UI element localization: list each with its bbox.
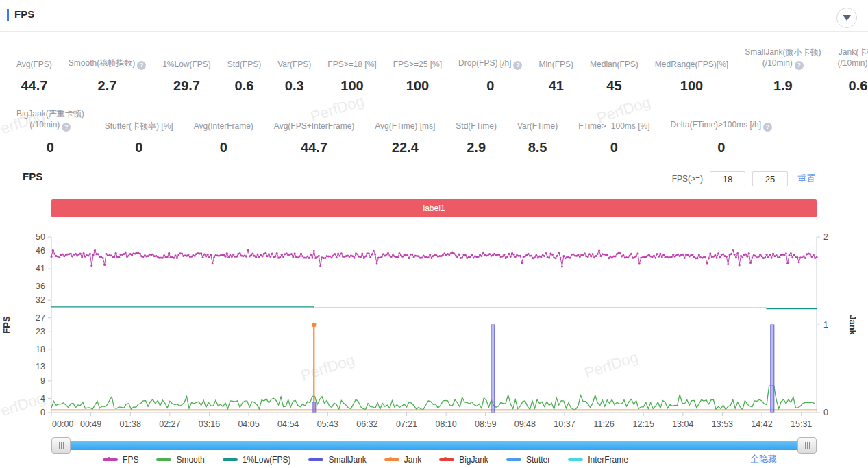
svg-text:08:10: 08:10: [435, 419, 456, 429]
legend-item-interframe[interactable]: InterFrame: [568, 455, 628, 465]
legend-item-stutter[interactable]: Stutter: [506, 455, 550, 465]
help-icon[interactable]: ?: [513, 61, 522, 70]
stat-label: Avg(FPS): [16, 59, 52, 70]
stat-smooth-: Smooth(稳帧指数)?2.7: [69, 58, 146, 94]
stat-value: 0.6: [235, 78, 254, 94]
help-icon[interactable]: ?: [763, 123, 772, 132]
legend-label: FPS: [123, 455, 138, 465]
stat-label: Jank(卡顿)(/10min)?: [838, 47, 868, 70]
stat-label: Min(FPS): [538, 59, 573, 70]
stat-medrange-fps-%-: MedRange(FPS)[%]100: [655, 59, 728, 94]
legend-marker: [156, 458, 171, 461]
legend-item-fps[interactable]: FPS: [103, 455, 138, 465]
help-icon[interactable]: ?: [795, 61, 804, 70]
stat-value: 0: [610, 140, 618, 156]
legend-label: BigJank: [459, 455, 488, 465]
reset-link[interactable]: 重置: [797, 173, 815, 185]
stat-label: Var(FTime): [517, 121, 558, 132]
stat-label: FPS>=25 [%]: [393, 59, 442, 70]
legend-item-smooth[interactable]: Smooth: [156, 455, 204, 465]
stat-avg-ftime-ms-: Avg(FTime) [ms]22.4: [375, 121, 435, 156]
help-icon[interactable]: ?: [137, 61, 146, 70]
svg-text:32: 32: [36, 295, 45, 305]
panel-title: FPS: [14, 8, 34, 20]
legend-label: Stutter: [526, 455, 550, 465]
hide-all-link[interactable]: 全隐藏: [750, 453, 777, 465]
stat-value: 8.5: [528, 140, 547, 156]
svg-text:41: 41: [36, 264, 45, 273]
svg-text:9: 9: [40, 376, 45, 386]
stat-var-ftime-: Var(FTime)8.5: [517, 121, 558, 156]
svg-text:0: 0: [823, 408, 828, 417]
stats-row-1: Avg(FPS)44.7Smooth(稳帧指数)?2.71%Low(FPS)29…: [16, 47, 868, 94]
legend-item-1%low-fps-[interactable]: 1%Low(FPS): [223, 455, 291, 465]
stat-value: 22.4: [392, 140, 419, 156]
stat-avg-fps-interframe-: Avg(FPS+InterFrame)44.7: [274, 121, 354, 156]
chart-scrollbar-track[interactable]: [69, 441, 799, 450]
legend-marker: [384, 458, 399, 461]
fps-jank-chart[interactable]: 049131823273236414650012FPSJank00:0000:4…: [0, 226, 868, 434]
stat-fps-18-%-: FPS>=18 [%]100: [327, 59, 376, 94]
svg-text:04:54: 04:54: [277, 419, 299, 429]
svg-text:4: 4: [40, 394, 45, 404]
stat-label: Std(FTime): [456, 121, 497, 132]
legend-marker: [439, 458, 454, 461]
legend-item-smalljank[interactable]: SmallJank: [308, 455, 366, 465]
stat-min-fps-: Min(FPS)41: [538, 59, 573, 94]
stat-label: Delta(FTime)>100ms [/h]?: [671, 119, 773, 132]
stat-value: 44.7: [301, 140, 327, 156]
stat-label: Drop(FPS) [/h]?: [458, 58, 522, 70]
stat-ftime-100ms-%-: FTime>=100ms [%]0: [578, 121, 649, 156]
stat-stutter-%-: Stutter(卡顿率) [%]0: [105, 121, 173, 156]
stat-label: SmallJank(微小卡顿)(/10min)?: [745, 47, 821, 70]
stat-avg-fps-: Avg(FPS)44.7: [16, 59, 52, 94]
chart-legend: FPSSmooth1%Low(FPS)SmallJankJankBigJankS…: [51, 453, 817, 467]
stat-value: 41: [549, 78, 564, 94]
stat-value: 0.3: [285, 78, 304, 94]
collapse-button[interactable]: [836, 8, 857, 28]
stat-value: 0.6: [849, 78, 868, 94]
chart-scrollbar: [51, 437, 817, 454]
svg-text:03:16: 03:16: [199, 419, 220, 429]
svg-text:13: 13: [36, 362, 45, 371]
stat-value: 100: [340, 78, 363, 94]
legend-marker: [568, 458, 583, 461]
legend-item-bigjank[interactable]: BigJank: [439, 455, 488, 465]
legend-marker: [223, 458, 238, 461]
stat-value: 0: [486, 78, 494, 94]
fps-threshold-input-2[interactable]: [752, 171, 788, 186]
stat-label: Avg(FPS+InterFrame): [274, 121, 354, 132]
stat-1%low-fps-: 1%Low(FPS)29.7: [162, 59, 211, 94]
stat-label: FPS>=18 [%]: [327, 59, 376, 70]
stat-value: 2.9: [467, 140, 486, 156]
stat-value: 45: [606, 78, 621, 94]
svg-text:FPS: FPS: [1, 316, 12, 334]
stat-label: Std(FPS): [227, 59, 261, 70]
svg-text:23: 23: [36, 327, 45, 336]
legend-label: InterFrame: [588, 455, 628, 465]
fps-threshold-input-1[interactable]: [710, 171, 745, 186]
stat-jank-: Jank(卡顿)(/10min)?0.6: [838, 47, 868, 94]
stat-value: 100: [680, 78, 703, 94]
label-banner: label1: [51, 199, 817, 217]
help-icon[interactable]: ?: [62, 123, 71, 132]
stat-label: 1%Low(FPS): [162, 59, 211, 70]
stat-value: 0: [717, 140, 725, 156]
svg-text:06:32: 06:32: [356, 419, 377, 429]
svg-text:00:00: 00:00: [52, 419, 73, 429]
stat-std-ftime-: Std(FTime)2.9: [456, 121, 497, 156]
svg-text:0: 0: [40, 408, 45, 417]
stat-value: 0: [47, 140, 54, 156]
scrollbar-left-handle[interactable]: [51, 437, 71, 454]
svg-text:13:53: 13:53: [712, 419, 733, 429]
stat-value: 100: [406, 78, 429, 94]
svg-text:08:59: 08:59: [475, 419, 496, 429]
stat-bigjank-: BigJank(严重卡顿)(/10min)?0: [16, 108, 84, 156]
legend-marker: [308, 458, 323, 461]
stat-smalljank-: SmallJank(微小卡顿)(/10min)?1.9: [745, 47, 821, 94]
stat-avg-interframe-: Avg(InterFrame)0: [194, 121, 253, 156]
scrollbar-right-handle[interactable]: [797, 437, 817, 454]
stats-row-2: BigJank(严重卡顿)(/10min)?0Stutter(卡顿率) [%]0…: [16, 108, 772, 156]
svg-text:14:42: 14:42: [751, 419, 772, 429]
legend-item-jank[interactable]: Jank: [384, 455, 421, 465]
